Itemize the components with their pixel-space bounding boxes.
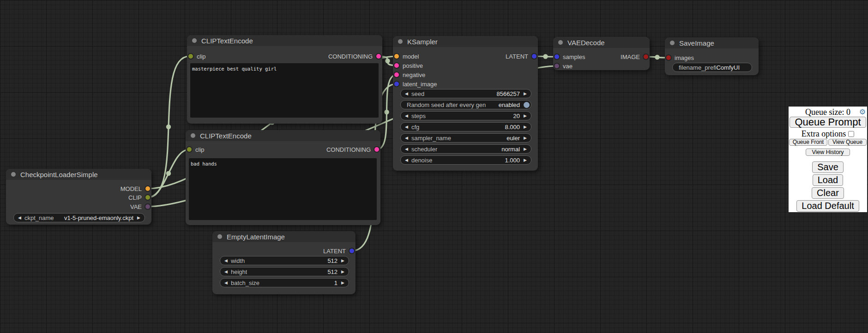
seed-widget[interactable]: ◀seed8566257▶ [400, 89, 531, 98]
widget-increment-icon[interactable]: ▶ [524, 136, 527, 140]
widget-increment-icon[interactable]: ▶ [341, 259, 344, 263]
node-checkpoint-loader[interactable]: CheckpointLoaderSimpleMODELCLIPVAE◀ckpt_… [6, 169, 151, 225]
output-port-LATENT: LATENT [323, 246, 356, 256]
images-input-port-dot[interactable] [666, 55, 671, 60]
port-label: LATENT [323, 248, 346, 255]
widget-decrement-icon[interactable]: ◀ [18, 216, 21, 220]
save-button[interactable]: Save [812, 161, 844, 173]
collapse-dot-icon[interactable] [191, 133, 195, 138]
view-queue-button[interactable]: View Queue [828, 139, 867, 146]
port-label: LATENT [506, 53, 528, 60]
extra-options-checkbox[interactable] [848, 131, 854, 137]
toggle-dot[interactable] [524, 102, 530, 108]
widget-increment-icon[interactable]: ▶ [524, 158, 527, 162]
widget-decrement-icon[interactable]: ◀ [224, 270, 228, 274]
CONDITIONING-output-port-dot[interactable] [376, 54, 381, 59]
widget-label: Random seed after every gen [407, 101, 486, 108]
IMAGE-output-port-dot[interactable] [644, 54, 648, 59]
node-title-label: EmptyLatentImage [227, 233, 285, 241]
VAE-output-port-dot[interactable] [145, 204, 150, 209]
widget-decrement-icon[interactable]: ◀ [224, 259, 228, 263]
node-vae-decode[interactable]: VAEDecodesamplesvaeIMAGE [553, 37, 650, 70]
widget-value: euler [506, 135, 520, 142]
height-widget[interactable]: ◀height512▶ [220, 267, 349, 276]
widget-value: 20 [513, 113, 520, 119]
Random seed after every gen-widget[interactable]: Random seed after every genenabled [400, 100, 531, 109]
widget-decrement-icon[interactable]: ◀ [224, 281, 228, 285]
batch_size-widget[interactable]: ◀batch_size1▶ [220, 278, 349, 287]
widget-increment-icon[interactable]: ▶ [341, 270, 344, 274]
node-empty-latent-image[interactable]: EmptyLatentImageLATENT◀width512▶◀height5… [212, 231, 356, 294]
ckpt_name-widget[interactable]: ◀ckpt_namev1-5-pruned-emaonly.ckpt▶ [13, 213, 145, 222]
node-title-label: CLIPTextEncode [201, 37, 253, 45]
widget-increment-icon[interactable]: ▶ [137, 216, 140, 220]
width-widget[interactable]: ◀width512▶ [220, 256, 349, 265]
collapse-dot-icon[interactable] [192, 38, 197, 43]
sampler_name-widget[interactable]: ◀sampler_nameeuler▶ [400, 133, 531, 143]
node-ksampler[interactable]: KSamplermodelpositivenegativelatent_imag… [393, 36, 538, 171]
widget-decrement-icon[interactable]: ◀ [405, 125, 408, 129]
cfg-widget[interactable]: ◀cfg8.000▶ [400, 122, 531, 131]
model-input-port-dot[interactable] [394, 54, 399, 59]
widget-decrement-icon[interactable]: ◀ [405, 114, 408, 118]
node-graph-canvas[interactable]: CheckpointLoaderSimpleMODELCLIPVAE◀ckpt_… [0, 0, 868, 333]
latent_image-input-port-dot[interactable] [394, 82, 399, 86]
negative-input-port-dot[interactable] [394, 72, 399, 77]
vae-input-port-dot[interactable] [555, 64, 559, 68]
node-clip-text-encode-negative[interactable]: CLIPTextEncodeclipCONDITIONINGbad hands [186, 130, 380, 225]
widget-label: ckpt_name [24, 214, 54, 221]
load-default-button[interactable]: Load Default [796, 200, 859, 212]
node-save-image[interactable]: SaveImageimagesfilename_prefixComfyUI [665, 37, 759, 75]
output-port-IMAGE: IMAGE [621, 52, 650, 61]
output-port-CONDITIONING: CONDITIONING [326, 145, 380, 154]
clip-input-port-dot[interactable] [187, 147, 192, 152]
queue-prompt-button[interactable]: Queue Prompt [790, 117, 866, 128]
node-clip-text-encode-positive[interactable]: CLIPTextEncodeclipCONDITIONINGmasterpiec… [187, 35, 382, 124]
widget-increment-icon[interactable]: ▶ [524, 114, 527, 118]
view-history-button[interactable]: View History [806, 149, 850, 156]
input-port-clip: clip [187, 52, 206, 61]
prompt-textarea[interactable]: bad hands [189, 158, 377, 220]
widget-value: enabled [499, 101, 520, 108]
node-title-label: CLIPTextEncode [200, 132, 252, 140]
widget-decrement-icon[interactable]: ◀ [405, 136, 408, 140]
widget-increment-icon[interactable]: ▶ [341, 281, 344, 285]
queue-front-button[interactable]: Queue Front [789, 139, 827, 146]
widget-decrement-icon[interactable]: ◀ [405, 92, 408, 96]
collapse-dot-icon[interactable] [11, 172, 16, 177]
widget-decrement-icon[interactable]: ◀ [405, 147, 408, 151]
widget-value: normal [501, 146, 520, 153]
widget-increment-icon[interactable]: ▶ [524, 147, 527, 151]
queue-size-label: Queue size: 0 [805, 107, 850, 117]
scheduler-widget[interactable]: ◀schedulernormal▶ [400, 144, 531, 154]
samples-input-port-dot[interactable] [555, 54, 559, 59]
LATENT-output-port-dot[interactable] [350, 249, 354, 253]
widget-decrement-icon[interactable]: ◀ [405, 158, 408, 162]
filename_prefix-widget[interactable]: filename_prefixComfyUI [672, 63, 752, 72]
port-label: model [403, 53, 419, 60]
load-button[interactable]: Load [813, 174, 844, 186]
widget-increment-icon[interactable]: ▶ [524, 125, 527, 129]
port-label: samples [563, 54, 585, 60]
MODEL-output-port-dot[interactable] [145, 186, 150, 191]
collapse-dot-icon[interactable] [558, 40, 563, 45]
widget-increment-icon[interactable]: ▶ [524, 92, 527, 96]
CONDITIONING-output-port-dot[interactable] [374, 147, 379, 152]
collapse-dot-icon[interactable] [398, 39, 403, 44]
CLIP-output-port-dot[interactable] [145, 195, 150, 200]
denoise-widget[interactable]: ◀denoise1.000▶ [400, 155, 531, 165]
steps-widget[interactable]: ◀steps20▶ [400, 111, 531, 120]
input-port-positive: positive [393, 61, 423, 70]
clear-button[interactable]: Clear [812, 187, 844, 199]
LATENT-output-port-dot[interactable] [532, 54, 536, 59]
clip-input-port-dot[interactable] [188, 54, 193, 59]
positive-input-port-dot[interactable] [394, 63, 399, 68]
widget-label: scheduler [411, 146, 437, 153]
collapse-dot-icon[interactable] [670, 41, 675, 45]
collapse-dot-icon[interactable] [217, 234, 222, 239]
widget-value: 1 [334, 279, 338, 286]
input-port-vae: vae [553, 61, 573, 71]
settings-gear-icon[interactable]: ⚙ [859, 107, 866, 116]
prompt-textarea[interactable]: masterpiece best quality girl [190, 63, 379, 118]
port-label: VAE [130, 203, 142, 210]
